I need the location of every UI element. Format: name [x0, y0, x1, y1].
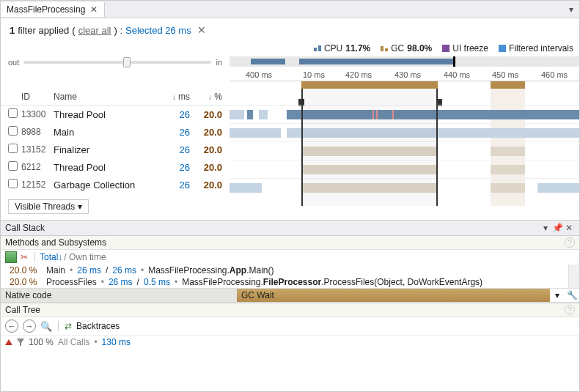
filter-bar: 1 filter applied (clear all) : Selected …	[1, 18, 579, 42]
tab-title: MassFileProcessing	[7, 4, 85, 15]
tree-icon[interactable]	[5, 251, 17, 263]
wrench-icon[interactable]: 🔧	[565, 289, 579, 302]
thread-checkbox[interactable]	[8, 108, 18, 118]
zoom-slider[interactable]: out in	[1, 56, 230, 70]
overview-marker[interactable]	[453, 56, 455, 67]
threads-pane: out in ID Name ↓ ms ↓ % 13300 Thread Poo…	[1, 56, 230, 220]
call-tree-pct: 100 %	[29, 337, 54, 347]
call-tree-toolbar: ← → 🔍 ⇄ Backtraces	[1, 317, 579, 335]
overview-strip[interactable]	[230, 56, 579, 67]
thread-lane	[230, 105, 579, 123]
zoom-track[interactable]	[23, 61, 211, 64]
square-icon	[499, 45, 506, 52]
table-row[interactable]: 13300 Thread Pool 26 20.0	[1, 106, 230, 123]
zoom-thumb[interactable]	[123, 57, 131, 67]
window-position-icon[interactable]: ▾	[540, 222, 551, 234]
selected-filter-chip[interactable]: Selected 26 ms	[125, 25, 191, 36]
square-icon	[442, 45, 449, 52]
remove-filter-icon[interactable]: ✕	[197, 24, 206, 36]
col-ms[interactable]: ↓ ms	[158, 92, 190, 102]
thread-lane	[230, 141, 579, 160]
panel-title-text: Call Stack	[5, 223, 45, 233]
table-row[interactable]: 12152 Garbage Collection 26 20.0	[1, 176, 230, 193]
clear-all-link[interactable]: clear all	[78, 25, 111, 36]
back-button[interactable]: ←	[5, 319, 18, 333]
zoom-in-label: in	[216, 58, 222, 67]
help-icon[interactable]: ?	[565, 237, 575, 248]
call-tree-header: Call Tree ?	[1, 303, 579, 317]
zoom-out-label: out	[8, 58, 19, 67]
table-row[interactable]: 13152 Finalizer 26 20.0	[1, 141, 230, 158]
table-row[interactable]: 8988 Main 26 20.0	[1, 123, 230, 141]
legend-cpu: CPU 11.7%	[314, 43, 370, 53]
filter-count: 1	[10, 25, 15, 36]
thread-lane	[230, 123, 579, 141]
legend-filtered: Filtered intervals	[499, 43, 573, 53]
thread-lane	[230, 178, 579, 196]
hotspot-icon	[5, 339, 12, 345]
native-code-segment[interactable]: Native code	[1, 289, 237, 302]
call-tree-row[interactable]: 100 % All Calls • 130 ms	[1, 335, 579, 349]
visible-threads-dropdown[interactable]: Visible Threads▾	[8, 199, 89, 214]
thread-table-header: ID Name ↓ ms ↓ %	[1, 70, 230, 106]
close-icon[interactable]: ✕	[563, 222, 575, 234]
thread-checkbox[interactable]	[8, 144, 18, 153]
filter-icon[interactable]: ✂	[18, 251, 30, 263]
time-ruler[interactable]: 400 ms 10 ms 420 ms 430 ms 440 ms 450 ms…	[230, 68, 579, 81]
close-icon[interactable]: ✕	[89, 5, 98, 14]
total-link[interactable]: Total↓	[40, 252, 62, 262]
col-id[interactable]: ID	[21, 92, 54, 102]
own-time-label[interactable]: Own time	[69, 252, 106, 262]
call-stack-header: Call Stack ▾ 📌 ✕	[1, 220, 579, 236]
col-name[interactable]: Name	[54, 92, 158, 102]
stack-row[interactable]: 20.0 % ProcessFiles • 26 ms / 0.5 ms • M…	[1, 276, 579, 288]
help-icon[interactable]: ?	[565, 305, 575, 315]
call-tree-ms: 130 ms	[102, 337, 131, 347]
tab-overflow-button[interactable]: ▾	[563, 4, 579, 15]
legend: CPU 11.7% GC 98.0% UI freeze Filtered in…	[1, 42, 579, 56]
thread-checkbox[interactable]	[8, 161, 18, 171]
legend-gc: GC 98.0%	[381, 43, 432, 53]
tab-massfileprocessing[interactable]: MassFileProcessing ✕	[1, 2, 105, 17]
chevron-down-icon[interactable]: ▾	[550, 289, 565, 302]
call-stack-toolbar: ✂ Total↓ / Own time	[1, 250, 579, 265]
timeline-pane[interactable]: 400 ms 10 ms 420 ms 430 ms 440 ms 450 ms…	[230, 56, 579, 220]
backtraces-icon[interactable]: ⇄	[65, 321, 72, 331]
all-calls-label: All Calls	[58, 337, 89, 347]
methods-subhead: Methods and Subsystems ?	[1, 236, 579, 250]
search-icon[interactable]: 🔍	[40, 321, 52, 332]
scrollbar[interactable]	[568, 265, 579, 288]
backtraces-label[interactable]: Backtraces	[76, 321, 120, 331]
thread-lane	[230, 160, 579, 178]
col-pct[interactable]: ↓ %	[190, 92, 222, 102]
timeline-body[interactable]	[230, 89, 579, 206]
table-row[interactable]: 6212 Thread Pool 26 20.0	[1, 158, 230, 176]
thread-checkbox[interactable]	[8, 126, 18, 136]
gc-wait-segment[interactable]: GC Wait	[237, 289, 550, 302]
tab-bar: MassFileProcessing ✕ ▾	[1, 1, 579, 18]
cpu-icon	[314, 45, 321, 51]
thread-checkbox[interactable]	[8, 179, 18, 188]
chevron-down-icon: ▾	[78, 201, 82, 212]
main-area: out in ID Name ↓ ms ↓ % 13300 Thread Poo…	[1, 56, 579, 220]
funnel-icon	[17, 339, 24, 346]
legend-ui-freeze: UI freeze	[442, 43, 488, 53]
pin-icon[interactable]: 📌	[551, 222, 563, 234]
subsystem-bar[interactable]: Native code GC Wait ▾ 🔧	[1, 288, 579, 303]
gc-icon	[381, 45, 388, 51]
gc-band	[230, 81, 579, 89]
stack-row[interactable]: 20.0 % Main • 26 ms / 26 ms • MassFilePr…	[1, 265, 579, 276]
forward-button[interactable]: →	[23, 319, 36, 333]
filter-label: filter applied	[18, 25, 69, 36]
